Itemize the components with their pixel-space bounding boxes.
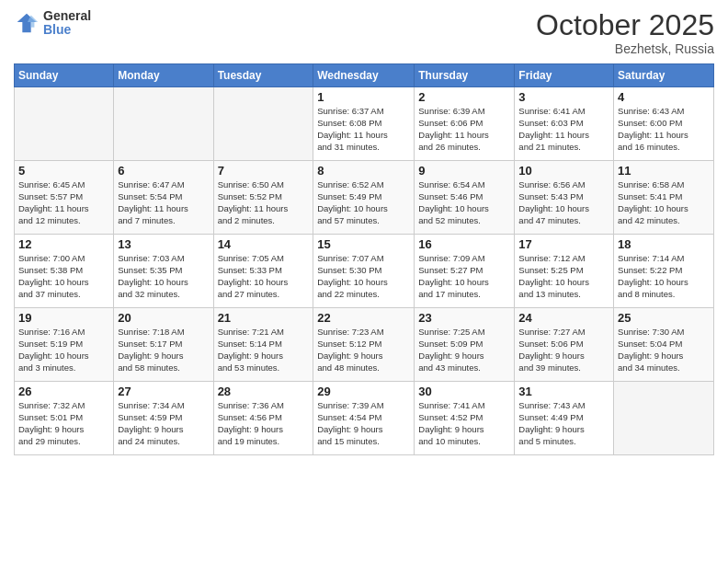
day-number: 23: [418, 311, 510, 325]
day-cell: 17Sunrise: 7:12 AM Sunset: 5:25 PM Dayli…: [515, 235, 614, 308]
calendar: SundayMondayTuesdayWednesdayThursdayFrid…: [14, 63, 714, 455]
day-number: 7: [218, 164, 310, 178]
day-info: Sunrise: 6:41 AM Sunset: 6:03 PM Dayligh…: [518, 106, 609, 153]
page: General Blue October 2025 Bezhetsk, Russ…: [0, 0, 728, 563]
day-cell: 8Sunrise: 6:52 AM Sunset: 5:49 PM Daylig…: [313, 161, 415, 235]
title-block: October 2025 Bezhetsk, Russia: [536, 9, 714, 56]
day-number: 8: [317, 164, 410, 178]
day-number: 26: [18, 385, 109, 398]
day-cell: 22Sunrise: 7:23 AM Sunset: 5:12 PM Dayli…: [313, 308, 415, 382]
day-number: 18: [618, 237, 710, 251]
day-number: 9: [418, 164, 510, 178]
day-info: Sunrise: 6:45 AM Sunset: 5:57 PM Dayligh…: [18, 179, 109, 226]
day-number: 30: [418, 385, 510, 398]
day-info: Sunrise: 6:52 AM Sunset: 5:49 PM Dayligh…: [317, 179, 410, 226]
day-info: Sunrise: 7:05 AM Sunset: 5:33 PM Dayligh…: [218, 253, 310, 300]
week-row-2: 5Sunrise: 6:45 AM Sunset: 5:57 PM Daylig…: [15, 161, 714, 235]
day-cell: 15Sunrise: 7:07 AM Sunset: 5:30 PM Dayli…: [313, 235, 415, 308]
day-header-thursday: Thursday: [415, 64, 515, 87]
week-row-1: 1Sunrise: 6:37 AM Sunset: 6:08 PM Daylig…: [15, 87, 714, 161]
day-cell: 2Sunrise: 6:39 AM Sunset: 6:06 PM Daylig…: [415, 87, 515, 161]
day-number: 17: [518, 237, 609, 251]
day-info: Sunrise: 7:32 AM Sunset: 5:01 PM Dayligh…: [18, 400, 109, 447]
day-number: 24: [518, 311, 609, 325]
day-header-saturday: Saturday: [614, 64, 714, 87]
day-number: 1: [317, 90, 410, 104]
day-info: Sunrise: 6:50 AM Sunset: 5:52 PM Dayligh…: [218, 179, 310, 226]
day-cell: 27Sunrise: 7:34 AM Sunset: 4:59 PM Dayli…: [114, 382, 213, 455]
day-number: 25: [618, 311, 710, 325]
day-info: Sunrise: 7:09 AM Sunset: 5:27 PM Dayligh…: [418, 253, 510, 300]
day-cell: 16Sunrise: 7:09 AM Sunset: 5:27 PM Dayli…: [415, 235, 515, 308]
day-cell: 21Sunrise: 7:21 AM Sunset: 5:14 PM Dayli…: [213, 308, 313, 382]
day-info: Sunrise: 7:14 AM Sunset: 5:22 PM Dayligh…: [618, 253, 710, 300]
day-header-monday: Monday: [114, 64, 213, 87]
logo-general: General: [43, 9, 91, 23]
day-info: Sunrise: 6:47 AM Sunset: 5:54 PM Dayligh…: [118, 179, 209, 226]
day-number: 5: [18, 164, 109, 178]
day-number: 12: [18, 237, 109, 251]
day-cell: 7Sunrise: 6:50 AM Sunset: 5:52 PM Daylig…: [213, 161, 313, 235]
day-info: Sunrise: 7:21 AM Sunset: 5:14 PM Dayligh…: [218, 327, 310, 373]
day-number: 31: [518, 385, 609, 398]
day-info: Sunrise: 7:36 AM Sunset: 4:56 PM Dayligh…: [218, 400, 310, 447]
day-cell: 11Sunrise: 6:58 AM Sunset: 5:41 PM Dayli…: [614, 161, 714, 235]
logo-text: General Blue: [43, 9, 91, 38]
logo-blue: Blue: [43, 23, 91, 37]
day-cell: 4Sunrise: 6:43 AM Sunset: 6:00 PM Daylig…: [614, 87, 714, 161]
day-info: Sunrise: 6:39 AM Sunset: 6:06 PM Dayligh…: [418, 106, 510, 153]
day-cell: 9Sunrise: 6:54 AM Sunset: 5:46 PM Daylig…: [415, 161, 515, 235]
day-cell: 20Sunrise: 7:18 AM Sunset: 5:17 PM Dayli…: [114, 308, 213, 382]
day-header-friday: Friday: [515, 64, 614, 87]
day-info: Sunrise: 7:30 AM Sunset: 5:04 PM Dayligh…: [618, 327, 710, 373]
day-cell: 29Sunrise: 7:39 AM Sunset: 4:54 PM Dayli…: [313, 382, 415, 455]
day-number: 19: [18, 311, 109, 325]
day-cell: 18Sunrise: 7:14 AM Sunset: 5:22 PM Dayli…: [614, 235, 714, 308]
logo: General Blue: [14, 9, 91, 38]
day-info: Sunrise: 6:37 AM Sunset: 6:08 PM Dayligh…: [317, 106, 410, 153]
day-info: Sunrise: 7:03 AM Sunset: 5:35 PM Dayligh…: [118, 253, 209, 300]
day-cell: 31Sunrise: 7:43 AM Sunset: 4:49 PM Dayli…: [515, 382, 614, 455]
day-cell: 13Sunrise: 7:03 AM Sunset: 5:35 PM Dayli…: [114, 235, 213, 308]
day-header-sunday: Sunday: [15, 64, 114, 87]
day-info: Sunrise: 6:58 AM Sunset: 5:41 PM Dayligh…: [618, 179, 710, 226]
day-info: Sunrise: 7:16 AM Sunset: 5:19 PM Dayligh…: [18, 327, 109, 373]
day-info: Sunrise: 7:34 AM Sunset: 4:59 PM Dayligh…: [118, 400, 209, 447]
day-cell: 25Sunrise: 7:30 AM Sunset: 5:04 PM Dayli…: [614, 308, 714, 382]
day-cell: 23Sunrise: 7:25 AM Sunset: 5:09 PM Dayli…: [415, 308, 515, 382]
day-info: Sunrise: 7:25 AM Sunset: 5:09 PM Dayligh…: [418, 327, 510, 373]
day-info: Sunrise: 6:54 AM Sunset: 5:46 PM Dayligh…: [418, 179, 510, 226]
day-info: Sunrise: 7:39 AM Sunset: 4:54 PM Dayligh…: [317, 400, 410, 447]
day-number: 29: [317, 385, 410, 398]
day-number: 22: [317, 311, 410, 325]
day-cell: 24Sunrise: 7:27 AM Sunset: 5:06 PM Dayli…: [515, 308, 614, 382]
day-number: 2: [418, 90, 510, 104]
day-number: 13: [118, 237, 209, 251]
day-number: 28: [218, 385, 310, 398]
day-info: Sunrise: 7:27 AM Sunset: 5:06 PM Dayligh…: [518, 327, 609, 373]
day-cell: 6Sunrise: 6:47 AM Sunset: 5:54 PM Daylig…: [114, 161, 213, 235]
day-cell: 12Sunrise: 7:00 AM Sunset: 5:38 PM Dayli…: [15, 235, 114, 308]
day-info: Sunrise: 7:18 AM Sunset: 5:17 PM Dayligh…: [118, 327, 209, 373]
week-row-4: 19Sunrise: 7:16 AM Sunset: 5:19 PM Dayli…: [15, 308, 714, 382]
day-number: 15: [317, 237, 410, 251]
day-cell: 10Sunrise: 6:56 AM Sunset: 5:43 PM Dayli…: [515, 161, 614, 235]
day-cell: 19Sunrise: 7:16 AM Sunset: 5:19 PM Dayli…: [15, 308, 114, 382]
logo-icon: [14, 10, 40, 36]
day-cell: 3Sunrise: 6:41 AM Sunset: 6:03 PM Daylig…: [515, 87, 614, 161]
day-number: 11: [618, 164, 710, 178]
calendar-header-row: SundayMondayTuesdayWednesdayThursdayFrid…: [15, 64, 714, 87]
day-header-wednesday: Wednesday: [313, 64, 415, 87]
day-cell: 26Sunrise: 7:32 AM Sunset: 5:01 PM Dayli…: [15, 382, 114, 455]
day-cell: 14Sunrise: 7:05 AM Sunset: 5:33 PM Dayli…: [213, 235, 313, 308]
day-cell: 28Sunrise: 7:36 AM Sunset: 4:56 PM Dayli…: [213, 382, 313, 455]
day-number: 6: [118, 164, 209, 178]
day-info: Sunrise: 7:43 AM Sunset: 4:49 PM Dayligh…: [518, 400, 609, 447]
day-number: 3: [518, 90, 609, 104]
day-cell: 1Sunrise: 6:37 AM Sunset: 6:08 PM Daylig…: [313, 87, 415, 161]
day-info: Sunrise: 7:23 AM Sunset: 5:12 PM Dayligh…: [317, 327, 410, 373]
day-cell: [114, 87, 213, 161]
day-number: 4: [618, 90, 710, 104]
week-row-3: 12Sunrise: 7:00 AM Sunset: 5:38 PM Dayli…: [15, 235, 714, 308]
day-number: 10: [518, 164, 609, 178]
